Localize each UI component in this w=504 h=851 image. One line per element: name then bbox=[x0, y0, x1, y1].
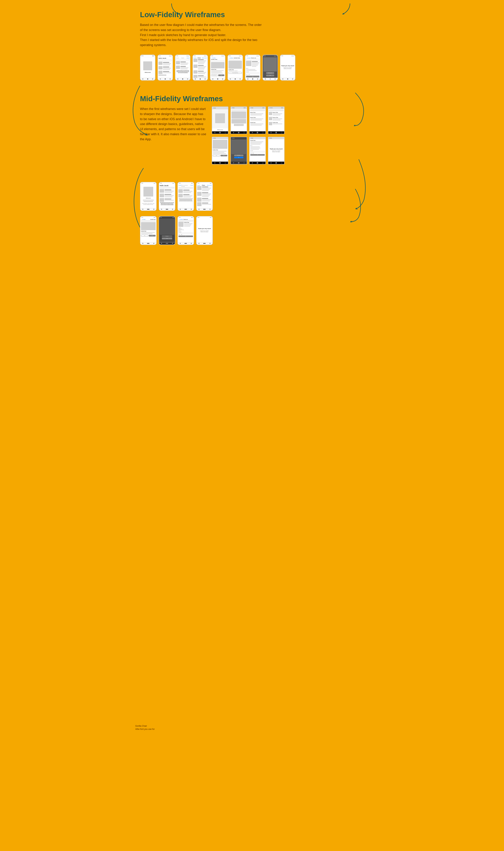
midfi-android-checkout: HOME Gorilla Chair Adress Pay with bbox=[249, 137, 266, 164]
highfi-ios-thankyou: 9:41●●● Thank you very much! Check your … bbox=[196, 216, 213, 245]
lowfi-section: Low-Fidelity Wireframes Based on the use… bbox=[140, 11, 364, 81]
highfi-ios-ar: 9:41●●● Move object Buy bbox=[159, 216, 175, 245]
midfi-android-chairs-simple: HOME Eames Chair bbox=[249, 106, 266, 134]
lowfi-screen-hello: 9:41▲▲▲ Hello Jacek bbox=[158, 55, 173, 81]
highfi-ios-hello: 9:41●●● Hello Jacek bbox=[159, 182, 175, 211]
midfi-title: Mid-Fidelity Wireframes bbox=[140, 94, 364, 103]
highfi-ios-chairs-list: 9:41●●● Cancel Chairs Filter search bbox=[196, 182, 213, 211]
midfi-section: Mid-Fidelity Wireframes When the first w… bbox=[140, 94, 364, 164]
gorilla-chair-annotation: Gorilla ChairAthe font you use for bbox=[135, 724, 184, 731]
lowfi-screen-thankyou: 9:41▲▲▲ Thank you very much! Check your … bbox=[280, 55, 295, 81]
midfi-android-thankyou: HOME Thank you very much! Check your e-m… bbox=[268, 137, 285, 164]
highfi-ios-checkout: 9:41●●● ← Go Back Check out Gorilla Chai… bbox=[177, 216, 194, 245]
lowfi-desc: Based on the user flow diagram I could m… bbox=[140, 22, 263, 48]
highfi-ios-row1: 9:41●●● Welcome Erwin Moover. Wir warten… bbox=[140, 182, 364, 211]
lowfi-screens-row: 9:41 ●●● Welcome 9: bbox=[140, 55, 364, 81]
lowfi-screen-welcome: 9:41 ●●● Welcome bbox=[140, 55, 156, 81]
highfi-section: 9:41●●● Welcome Erwin Moover. Wir warten… bbox=[140, 182, 364, 245]
midfi-android-search: HOME bbox=[231, 106, 247, 134]
highfi-ios-message: 9:41●●● Cancel This is a preview message… bbox=[177, 182, 194, 211]
highfi-ios-welcome: 9:41●●● Welcome Erwin Moover. Wir warten… bbox=[140, 182, 157, 211]
lowfi-screen-dark: 9:41▲▲▲ Move object Buy bbox=[263, 55, 278, 81]
midfi-desc: When the first wireframes were set I cou… bbox=[140, 106, 206, 142]
lowfi-screen-chairs: 9:41▲▲▲ Cancel Chairs Filter search bbox=[193, 55, 208, 81]
welcome-label: Welcome bbox=[145, 72, 151, 73]
lowfi-screen-gorilla: 9:41▲▲▲ ← Go Back Gorilla Chair Gorilla … bbox=[228, 55, 243, 81]
midfi-android-welcome: HOME Welcome bbox=[212, 106, 228, 134]
midfi-android-ar: HOME Move object Buy bbox=[231, 137, 247, 164]
lowfi-screen-search: 9:41▲▲▲ ← Go back Gorilla Chair Gorilla … bbox=[210, 55, 226, 81]
lowfi-title: Low-Fidelity Wireframes bbox=[140, 11, 364, 19]
lowfi-screen-message: 9:41▲▲▲ CancelSearchCancel bbox=[175, 55, 191, 81]
highfi-ios-gorilla-product: 9:41●●● ← Go Back Gorilla Chair Gorilla … bbox=[140, 216, 157, 245]
midfi-android-product: HOME Gorilla Chair View Buy bbox=[212, 137, 228, 164]
midfi-android-chairs-images: CHAIRS Eames Chair bbox=[268, 106, 285, 134]
highfi-ios-row2: 9:41●●● ← Go Back Gorilla Chair Gorilla … bbox=[140, 216, 364, 245]
lowfi-screen-checkout: 9:41▲▲▲ ← Go back Check out bbox=[245, 55, 260, 81]
